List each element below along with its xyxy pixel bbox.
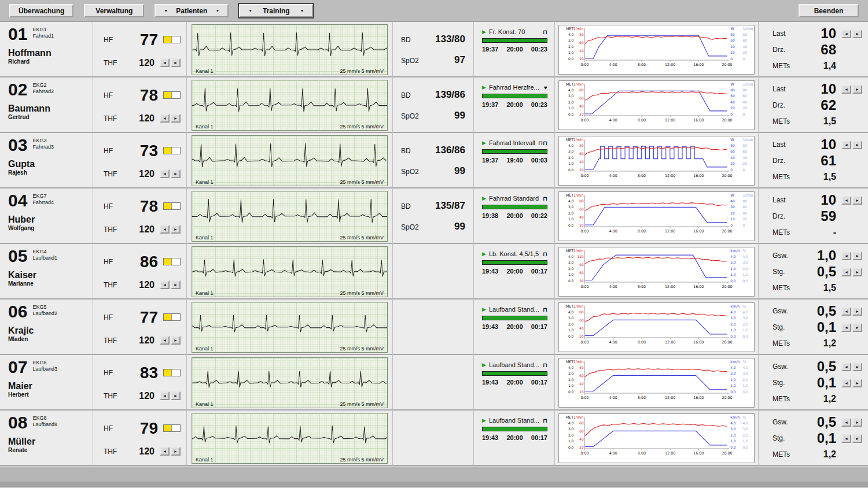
ekg-label: EKG4 — [32, 249, 57, 255]
param-increase-button[interactable]: ► — [852, 268, 862, 276]
trend-chart: MET4,03,02,01,00,01/min80604020W80604020… — [558, 25, 755, 75]
thf-increase-button[interactable]: ► — [171, 225, 181, 234]
svg-text:20:00: 20:00 — [722, 284, 732, 289]
verwaltung-button[interactable]: Verwaltung — [84, 4, 144, 17]
play-icon: ▶ — [482, 362, 486, 368]
param-increase-button[interactable]: ► — [852, 418, 862, 427]
program-remaining-time: 00:23 — [531, 101, 547, 108]
thf-decrease-button[interactable]: ◄ — [160, 391, 170, 400]
ecg-trace — [192, 25, 387, 67]
param-increase-button[interactable]: ► — [852, 363, 862, 371]
thf-decrease-button[interactable]: ◄ — [160, 447, 170, 456]
param-decrease-button[interactable]: ◄ — [841, 85, 851, 94]
ecg-strip: Kanal 1 25 mm/s 5 mm/mV — [192, 80, 388, 131]
svg-text:20: 20 — [730, 212, 735, 215]
svg-text:80: 80 — [743, 33, 748, 36]
svg-text:12:00: 12:00 — [665, 451, 675, 456]
svg-text:60: 60 — [730, 150, 735, 153]
svg-text:4:00: 4:00 — [609, 62, 617, 67]
thf-increase-button[interactable]: ► — [171, 336, 181, 345]
param-decrease-button[interactable]: ◄ — [841, 418, 851, 427]
svg-text:1/min: 1/min — [573, 249, 584, 253]
patient-row: 04 EKG7 Fahrrad4 Huber Wolfgang HF 78 TH… — [0, 188, 868, 244]
svg-text:20: 20 — [730, 106, 735, 110]
patient-first-name: Renate — [8, 447, 93, 453]
thf-increase-button[interactable]: ► — [171, 169, 181, 178]
param-decrease-button[interactable]: ◄ — [841, 268, 851, 276]
beenden-button[interactable]: Beenden — [799, 4, 859, 17]
svg-text:12:00: 12:00 — [665, 173, 675, 178]
param-increase-button[interactable]: ► — [852, 323, 862, 332]
svg-text:20: 20 — [743, 162, 748, 165]
hf-value: 78 — [140, 198, 158, 215]
svg-text:80: 80 — [730, 144, 735, 147]
param-increase-button[interactable]: ► — [852, 85, 862, 94]
program-remaining-time: 00:03 — [531, 157, 547, 164]
svg-text:8:00: 8:00 — [638, 395, 646, 400]
param-decrease-button[interactable]: ◄ — [841, 196, 851, 205]
program-profile-icon: ♥ — [544, 84, 547, 91]
bed-number: 02 — [8, 81, 27, 98]
svg-text:0,0: 0,0 — [730, 446, 735, 449]
param-increase-button[interactable]: ► — [852, 379, 862, 387]
ueberwachung-button[interactable]: Überwachung — [9, 4, 73, 17]
param-increase-button[interactable]: ► — [852, 141, 862, 149]
param-label: Stg. — [759, 323, 785, 331]
param-decrease-button[interactable]: ◄ — [841, 379, 851, 387]
thf-increase-button[interactable]: ► — [171, 447, 181, 456]
param-label: Gsw. — [759, 363, 788, 371]
thf-label: THF — [104, 392, 126, 400]
param-decrease-button[interactable]: ◄ — [841, 434, 851, 443]
param-decrease-button[interactable]: ◄ — [841, 29, 851, 38]
bd-label: BD — [401, 147, 423, 155]
thf-decrease-button[interactable]: ◄ — [160, 114, 170, 123]
thf-increase-button[interactable]: ► — [171, 114, 181, 123]
ecg-trace — [192, 247, 387, 289]
svg-text:0,0: 0,0 — [568, 224, 573, 227]
param-value: 0,5 — [817, 265, 836, 279]
param-increase-button[interactable]: ► — [852, 252, 862, 260]
thf-increase-button[interactable]: ► — [171, 391, 181, 400]
ecg-trace — [192, 358, 387, 400]
thf-label: THF — [104, 170, 126, 178]
param-increase-button[interactable]: ► — [852, 29, 862, 38]
program-start-time: 19:43 — [482, 323, 498, 330]
ecg-channel-label: Kanal 1 — [196, 346, 214, 352]
thf-decrease-button[interactable]: ◄ — [160, 336, 170, 345]
svg-text:0,0: 0,0 — [568, 57, 573, 61]
ecg-channel-label: Kanal 1 — [196, 290, 214, 296]
svg-text:0,0: 0,0 — [568, 113, 573, 116]
hf-value: 73 — [140, 143, 158, 159]
patienten-dropdown[interactable]: ▼ Patienten ▼ — [155, 4, 229, 17]
svg-text:1/min: 1/min — [573, 193, 584, 198]
param-decrease-button[interactable]: ◄ — [841, 307, 851, 316]
param-increase-button[interactable]: ► — [852, 434, 862, 443]
program-start-time: 19:38 — [482, 212, 498, 219]
param-decrease-button[interactable]: ◄ — [841, 363, 851, 371]
heart-rate-section: HF 78 THF 120 ◄ ► — [93, 77, 186, 133]
svg-text:8:00: 8:00 — [638, 229, 646, 234]
param-decrease-button[interactable]: ◄ — [841, 323, 851, 332]
thf-increase-button[interactable]: ► — [171, 58, 181, 67]
svg-text:90: 90 — [579, 263, 584, 267]
param-decrease-button[interactable]: ◄ — [841, 141, 851, 149]
param-label: METs — [759, 339, 790, 347]
svg-text:1,0: 1,0 — [743, 328, 748, 332]
thf-decrease-button[interactable]: ◄ — [160, 225, 170, 234]
thf-decrease-button[interactable]: ◄ — [160, 280, 170, 289]
param-increase-button[interactable]: ► — [852, 307, 862, 316]
thf-decrease-button[interactable]: ◄ — [160, 58, 170, 67]
thf-increase-button[interactable]: ► — [171, 280, 181, 289]
ecg-channel-label: Kanal 1 — [196, 401, 214, 407]
training-dropdown[interactable]: ▼ Training ▼ — [239, 4, 313, 17]
param-increase-button[interactable]: ► — [852, 196, 862, 205]
ecg-strip: Kanal 1 25 mm/s 5 mm/mV — [192, 246, 388, 297]
param-decrease-button[interactable]: ◄ — [841, 252, 851, 260]
program-end-time: 20:00 — [506, 101, 523, 108]
svg-text:80: 80 — [579, 366, 584, 369]
svg-text:16:00: 16:00 — [693, 118, 704, 123]
param-value: 0,5 — [817, 415, 836, 429]
thf-decrease-button[interactable]: ◄ — [160, 169, 170, 178]
svg-text:3,0: 3,0 — [730, 316, 735, 320]
svg-text:km/h: km/h — [730, 360, 740, 364]
